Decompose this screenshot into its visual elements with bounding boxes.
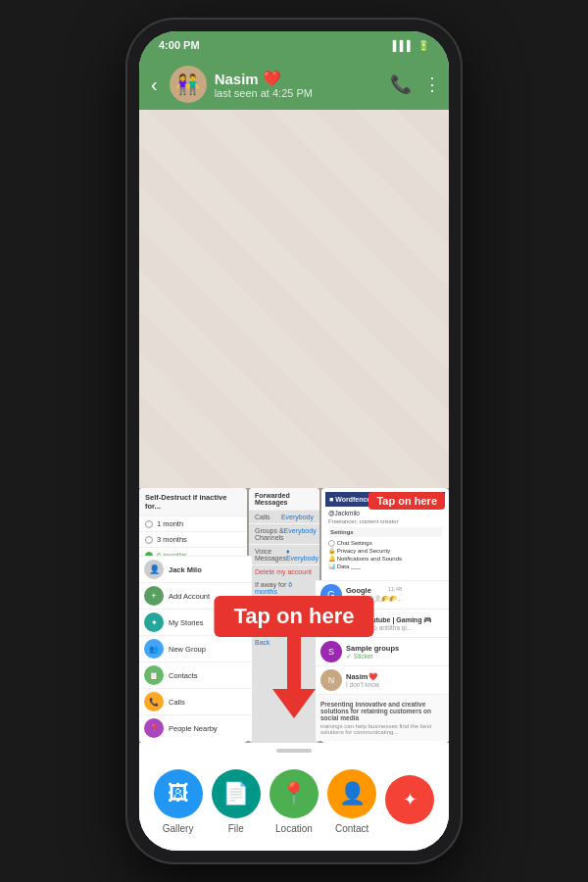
gallery-attachment[interactable]: 🖼 Gallery: [154, 769, 203, 834]
chat-area: Self-Destruct if inactive for... 1 month…: [139, 110, 449, 851]
radio-3months: [145, 536, 153, 544]
contact-attachment[interactable]: 👤 Contact: [327, 769, 376, 834]
attachment-icons-row: 🖼 Gallery 📄 File 📍 Location 👤 Contact ✦: [139, 749, 449, 851]
header-actions: 📞 ⋮: [390, 74, 441, 95]
chat-header: ‹ 👫 Nasim ❤️ last seen at 4:25 PM 📞 ⋮: [139, 59, 449, 110]
gallery-icon-circle: 🖼: [154, 769, 203, 818]
file-attachment[interactable]: 📄 File: [212, 769, 261, 834]
more-attachment[interactable]: ✦: [385, 775, 434, 829]
header-info: Nasim ❤️ last seen at 4:25 PM: [215, 70, 382, 99]
location-label: Location: [275, 823, 313, 834]
battery-icon: 🔋: [417, 40, 429, 51]
file-icon-circle: 📄: [212, 769, 261, 818]
contact-icon-circle: 👤: [327, 769, 376, 818]
more-icon-circle: ✦: [385, 775, 434, 824]
more-options-icon[interactable]: ⋮: [423, 74, 441, 95]
arrow-body: [287, 630, 301, 689]
attachments-bar: 🖼 Gallery 📄 File 📍 Location 👤 Contact ✦: [139, 743, 449, 851]
arrow-head: [272, 689, 316, 718]
heart-icon: ❤️: [263, 70, 281, 87]
file-label: File: [228, 823, 244, 834]
location-attachment[interactable]: 📍 Location: [270, 769, 318, 834]
tap-here-small-right: Tap on here: [368, 492, 445, 510]
wordfence-body: @Jackmilo Freelancer, content creator Se…: [325, 507, 445, 572]
phone-screen: 4:00 PM ▌▌▌ 🔋 ‹ 👫 Nasim ❤️ last seen at …: [139, 31, 449, 851]
back-button[interactable]: ‹: [147, 70, 162, 100]
phone-frame: 4:00 PM ▌▌▌ 🔋 ‹ 👫 Nasim ❤️ last seen at …: [127, 20, 461, 862]
option-3months: 3 months: [139, 532, 247, 548]
avatar: 👫: [170, 66, 207, 103]
red-arrow: [272, 630, 316, 718]
location-icon-circle: 📍: [270, 769, 318, 818]
status-icons: ▌▌▌ 🔋: [393, 40, 429, 51]
chat-list-overlay: 👤 Jack Milo + Add Account ✦ My Stories 👥…: [139, 556, 252, 741]
radio-1month: [145, 520, 153, 528]
signal-icon: ▌▌▌: [393, 40, 414, 51]
call-icon[interactable]: 📞: [390, 74, 412, 95]
status-time: 4:00 PM: [159, 39, 200, 51]
option-1month: 1 month: [139, 516, 247, 532]
last-seen-status: last seen at 4:25 PM: [215, 87, 382, 99]
gallery-label: Gallery: [163, 823, 194, 834]
contact-label: Contact: [335, 823, 368, 834]
status-bar: 4:00 PM ▌▌▌ 🔋: [139, 31, 449, 59]
contact-name: Nasim ❤️: [215, 70, 382, 87]
bottom-right-text: Presenting innovative and creative solut…: [316, 695, 449, 741]
